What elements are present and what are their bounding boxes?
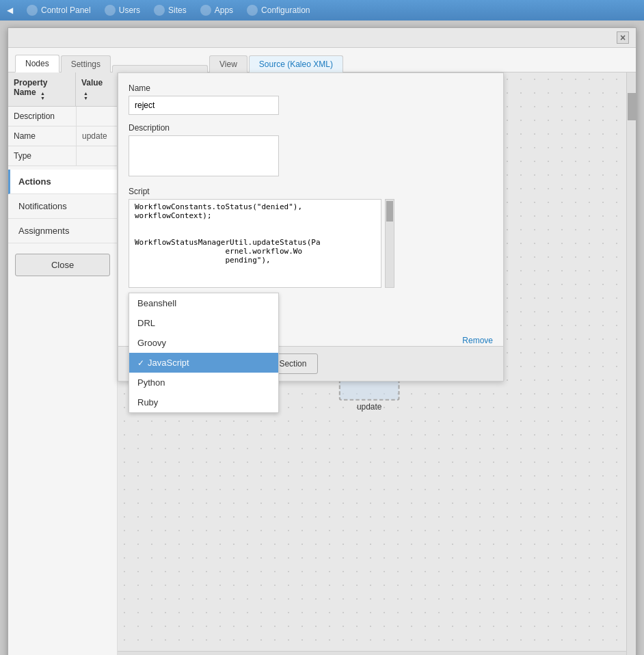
tab-source[interactable]: Source (Kaleo XML) [249,55,343,72]
control-panel-icon [27,5,38,16]
prop-value-description [77,107,88,126]
left-panel: Property Name ▲▼ Value ▲▼ Description Na… [8,72,118,655]
modal: × Nodes Settings View Source (Kaleo XML)… [8,27,636,655]
topbar-label-configuration: Configuration [261,5,310,15]
description-input[interactable] [129,135,279,176]
modal-close-button[interactable]: × [617,31,629,44]
topbar-label-control-panel: Control Panel [41,5,91,15]
nav-item-actions[interactable]: Actions [8,170,117,194]
sort-icon: ▲▼ [40,91,45,101]
back-icon: ◀ [7,5,13,15]
tab-settings[interactable]: Settings [61,55,111,72]
tab-nodes[interactable]: Nodes [15,55,59,72]
svg-text:update: update [357,402,382,412]
form-body: Name Description Script WorkflowConstant… [118,73,503,346]
topbar-item-users[interactable]: Users [105,5,140,16]
scrollbar-thumb [628,93,636,120]
right-panel: created review review approved update re… [118,72,636,655]
sites-icon [154,5,165,16]
property-row-type: Type [8,146,117,166]
close-button[interactable]: Close [15,254,110,276]
modal-header: × [8,28,636,48]
language-dropdown: Beanshell DRL Groovy ✓ JavaScript Python… [129,293,279,413]
topbar-item-back[interactable]: ◀ [7,5,13,15]
left-nav: Actions Notifications Assignments [8,170,117,243]
property-value-header: Value ▲▼ [76,72,117,106]
script-label: Script [129,187,493,196]
language-option-ruby[interactable]: Ruby [129,392,278,412]
language-option-drl[interactable]: DRL [129,313,278,333]
remove-link[interactable]: Remove [462,336,493,345]
tab-view[interactable]: View [209,55,247,72]
apps-icon [200,5,211,16]
description-label: Description [129,123,493,133]
bottom-scrollbar[interactable] [118,651,626,655]
tabs-bar: Nodes Settings View Source (Kaleo XML) [8,48,636,72]
prop-value-type [77,146,88,165]
tab-empty[interactable] [112,65,208,72]
script-scrollbar[interactable] [385,199,394,288]
action-form: Name Description Script WorkflowConstant… [118,72,504,382]
language-option-python[interactable]: Python [129,373,278,392]
name-label: Name [129,83,493,93]
value-sort-icon: ▲▼ [83,91,88,101]
topbar-item-apps[interactable]: Apps [200,5,233,16]
property-row-name: Name update [8,126,117,146]
language-option-groovy[interactable]: Groovy [129,333,278,353]
topbar-item-configuration[interactable]: Configuration [247,5,310,16]
topbar-item-sites[interactable]: Sites [154,5,187,16]
language-option-javascript[interactable]: ✓ JavaScript [129,353,278,373]
topbar-label-users: Users [119,5,140,15]
script-area: WorkflowConstants.toStatus("denied"), wo… [129,199,493,288]
script-group: Script WorkflowConstants.toStatus("denie… [129,187,493,288]
property-name-header: Property Name ▲▼ [8,72,76,106]
script-input[interactable]: WorkflowConstants.toStatus("denied"), wo… [129,199,381,288]
name-group: Name [129,83,493,115]
selected-checkmark: ✓ [137,358,144,368]
prop-name-type: Type [8,146,77,165]
users-icon [105,5,116,16]
property-row-description: Description [8,107,117,126]
prop-value-name: update [77,126,113,146]
top-navigation: ◀ Control Panel Users Sites Apps Configu… [0,0,644,21]
script-scrollbar-thumb [386,201,393,222]
nav-item-notifications[interactable]: Notifications [8,194,117,219]
name-input[interactable] [129,96,279,115]
language-option-beanshell[interactable]: Beanshell [129,293,278,313]
configuration-icon [247,5,258,16]
right-scrollbar[interactable] [626,72,636,655]
prop-name-name: Name [8,126,77,146]
topbar-item-control-panel[interactable]: Control Panel [27,5,91,16]
description-group: Description [129,123,493,178]
property-header: Property Name ▲▼ Value ▲▼ [8,72,117,107]
prop-name-description: Description [8,107,77,126]
topbar-label-sites: Sites [168,5,187,15]
main-content: Property Name ▲▼ Value ▲▼ Description Na… [8,72,636,655]
topbar-label-apps: Apps [215,5,233,15]
nav-item-assignments[interactable]: Assignments [8,219,117,243]
